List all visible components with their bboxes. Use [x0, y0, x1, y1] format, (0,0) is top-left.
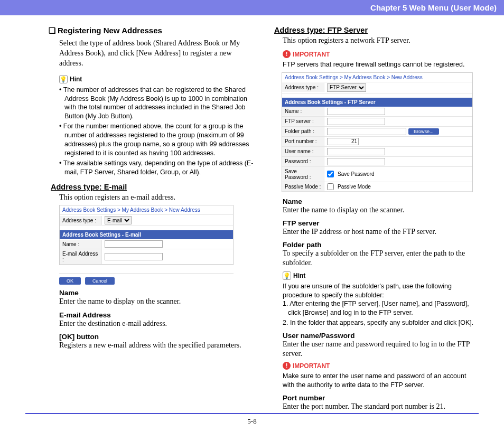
passivemode-text: Passive Mode [338, 184, 371, 190]
savepassword-text: Save Password [338, 171, 374, 177]
username-input[interactable] [327, 148, 385, 155]
subsection-heading: Address type: E-mail [51, 183, 255, 191]
important-label: ! IMPORTANT [283, 362, 330, 370]
field-name: Name [59, 289, 255, 297]
important-label-text: IMPORTANT [293, 51, 330, 58]
field-desc: Enter the name to display on the scanner… [59, 297, 255, 306]
savepassword-label: Save Password : [282, 167, 324, 182]
browse-button[interactable]: Browse... [408, 128, 439, 135]
ftpserver-label: FTP server : [282, 117, 324, 126]
subsection-lead: This option registers an e-mail address. [59, 193, 255, 202]
name-input[interactable] [327, 108, 385, 115]
hint-step: After entering the [FTP server], [User n… [288, 299, 479, 317]
username-label: User name : [282, 147, 324, 156]
form-section-band: Address Book Settings - E-mail [60, 230, 233, 239]
field-name: FTP server [283, 219, 479, 227]
hint-intro: If you are unsure of the subfolder's pat… [283, 282, 479, 300]
field-name: Name [283, 198, 479, 205]
field-name: User name/Password [283, 332, 479, 340]
hint-icon: 💡 [59, 75, 68, 83]
hint-item: The available settings vary, depending o… [64, 159, 255, 177]
subsection-heading: Address type: FTP Server [274, 26, 479, 34]
form-buttons: OK Cancel [59, 277, 255, 285]
important-text: FTP servers that require firewall settin… [283, 60, 479, 69]
breadcrumb: Address Book Settings > My Address Book … [60, 205, 233, 215]
intro-paragraph: Select the type of address book (Shared … [59, 39, 255, 69]
name-input[interactable] [105, 240, 163, 248]
addrtype-label: Address type : [60, 216, 102, 225]
important-icon: ! [283, 50, 291, 58]
hint-item: For the number mentioned above, the coun… [64, 122, 255, 158]
field-desc: Enter the user name and password require… [283, 340, 479, 359]
port-input[interactable] [327, 138, 359, 145]
ftpserver-input[interactable] [327, 118, 385, 125]
important-label: ! IMPORTANT [283, 50, 330, 58]
left-column: ❏Registering New Addresses Select the ty… [51, 26, 255, 411]
breadcrumb: Address Book Settings > My Address Book … [282, 73, 472, 82]
hint-label: 💡 Hint [283, 271, 305, 280]
name-label: Name : [282, 107, 324, 116]
passivemode-checkbox[interactable] [327, 183, 334, 190]
addrtype-label: Address type : [282, 83, 324, 92]
subsection-lead: This option registers a network FTP serv… [283, 36, 479, 45]
screenshot-ftp-form: Address Book Settings > My Address Book … [282, 72, 473, 192]
folderpath-input[interactable] [327, 128, 406, 135]
folderpath-label: Folder path : [282, 127, 324, 136]
field-desc: Enter the port number. The standard port… [283, 402, 479, 411]
hint-list: The number of addresses that can be regi… [59, 86, 255, 177]
field-desc: Registers a new e-mail address with the … [59, 341, 255, 350]
savepassword-checkbox[interactable] [327, 171, 334, 177]
chapter-header: Chapter 5 Web Menu (User Mode) [0, 0, 504, 15]
hint-label-text: Hint [293, 272, 305, 279]
heading-bullet-icon: ❏ [49, 26, 55, 35]
field-name: Port number [283, 394, 479, 402]
field-desc: Enter the IP address or host name of the… [283, 227, 479, 237]
screenshot-email-form: Address Book Settings > My Address Book … [59, 205, 234, 265]
field-name: [OK] button [59, 333, 255, 341]
hint-step: In the folder that appears, specify any … [288, 318, 479, 327]
email-label: E-mail Address : [60, 249, 102, 264]
important-icon: ! [283, 362, 291, 370]
ok-button[interactable]: OK [59, 277, 81, 285]
name-label: Name : [60, 240, 102, 249]
page-number: 5-8 [25, 413, 479, 426]
hint-steps: After entering the [FTP server], [User n… [283, 299, 479, 327]
hint-label-text: Hint [70, 76, 82, 83]
cancel-button[interactable]: Cancel [85, 277, 115, 285]
form-section-band: Address Book Settings - FTP Server [282, 98, 472, 107]
passivemode-label: Passive Mode : [282, 182, 324, 191]
important-label-text: IMPORTANT [293, 362, 330, 370]
heading-text: Registering New Addresses [58, 26, 162, 35]
email-input[interactable] [105, 253, 163, 260]
field-desc: Enter the name to display on the scanner… [283, 205, 479, 215]
hint-item: The number of addresses that can be regi… [64, 86, 255, 121]
important-text: Make sure to enter the user name and pas… [283, 372, 479, 390]
field-name: Folder path [283, 241, 479, 249]
field-name: E-mail Address [59, 311, 255, 319]
hint-label: 💡 Hint [59, 75, 82, 83]
section-heading: ❏Registering New Addresses [49, 26, 255, 35]
port-label: Port number : [282, 137, 324, 146]
addrtype-select[interactable]: FTP Server [327, 83, 366, 92]
page-body: ❏Registering New Addresses Select the ty… [0, 15, 504, 411]
separator [59, 274, 234, 274]
password-input[interactable] [327, 158, 385, 165]
password-label: Password : [282, 157, 324, 166]
field-desc: Enter the destination e-mail address. [59, 319, 255, 328]
hint-icon: 💡 [283, 271, 291, 280]
right-column: Address type: FTP Server This option reg… [274, 26, 479, 411]
field-desc: To specify a subfolder on the FTP server… [283, 249, 479, 268]
addrtype-select[interactable]: E-mail [105, 216, 132, 224]
